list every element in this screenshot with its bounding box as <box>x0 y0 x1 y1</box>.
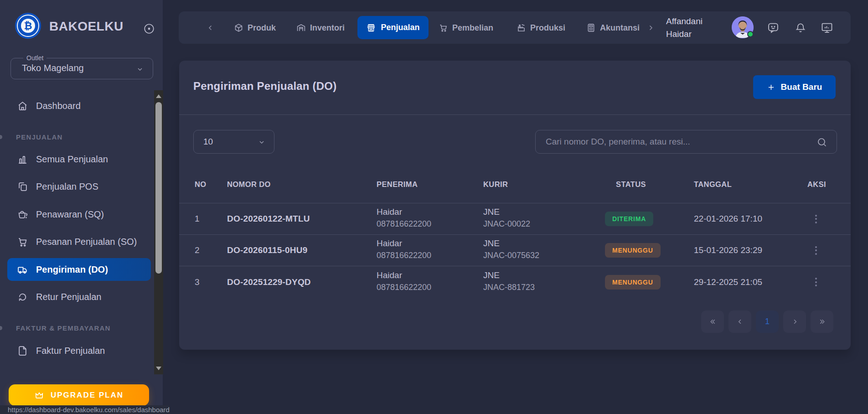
outlet-value: Toko Magelang <box>22 63 84 73</box>
section-bullet <box>0 135 2 139</box>
search-placeholder: Cari nomor DO, penerima, atau resi... <box>546 137 690 147</box>
sidebar-item-retur-penjualan[interactable]: Retur Penjualan <box>7 285 151 308</box>
topnav-penjualan[interactable]: Penjualan <box>357 16 429 39</box>
display-icon[interactable] <box>821 21 833 34</box>
prev-page-button[interactable] <box>728 310 751 333</box>
section-bullet <box>0 326 2 330</box>
tanggal: 15-01-2026 23:29 <box>694 245 807 255</box>
penerima-name: Haidar <box>377 269 483 281</box>
penerima-name: Haidar <box>377 238 483 249</box>
status-badge: DITERIMA <box>605 212 653 226</box>
penerima-name: Haidar <box>377 206 483 218</box>
do-number: DO-20260115-0HU9 <box>227 245 377 255</box>
scroll-down-arrow[interactable] <box>156 367 161 370</box>
sidebar-item-label: Penjualan POS <box>36 181 98 192</box>
nav-scroll-right-icon[interactable] <box>646 24 655 32</box>
kurir-name: JNE <box>483 238 605 249</box>
sidebar-item-penawaran-sq[interactable]: Penawaran (SQ) <box>7 203 151 226</box>
scroll-up-arrow[interactable] <box>156 94 161 98</box>
row-actions-menu[interactable] <box>811 278 821 286</box>
divider <box>179 114 851 115</box>
sidebar-item-label: Semua Penjualan <box>36 154 108 165</box>
table-row[interactable]: 3 DO-20251229-DYQD Haidar087816622200 JN… <box>179 266 851 298</box>
tanggal: 29-12-2025 21:05 <box>694 277 807 287</box>
sidebar-item-faktur-penjualan[interactable]: Faktur Penjualan <box>7 339 151 362</box>
topnav-inventori[interactable]: Inventori <box>296 23 345 32</box>
home-icon <box>17 100 28 112</box>
col-no: NO <box>195 180 227 189</box>
next-page-button[interactable] <box>783 310 806 333</box>
table-row[interactable]: 2 DO-20260115-0HU9 Haidar087816622200 JN… <box>179 235 851 266</box>
topnav-akuntansi[interactable]: Akuntansi <box>586 23 640 32</box>
sidebar-item-label: Faktur Penjualan <box>36 346 105 356</box>
sidebar-item-label: Dashboard <box>36 101 81 111</box>
col-status: STATUS <box>605 180 694 189</box>
col-kurir: KURIR <box>483 180 605 189</box>
do-number: DO-20251229-DYQD <box>227 277 377 287</box>
page-size-select[interactable]: 10 <box>193 130 274 154</box>
status-bar-url: https://dashboard-dev.bakoelku.com/sales… <box>0 405 170 414</box>
col-nomor-do: NOMOR DO <box>227 180 377 189</box>
sidebar-item-penjualan-pos[interactable]: Penjualan POS <box>7 175 151 198</box>
kurir-name: JNE <box>483 269 605 281</box>
sidebar-item-label: Retur Penjualan <box>36 292 101 302</box>
warehouse-icon <box>296 23 306 32</box>
package-icon <box>234 23 243 32</box>
topnav-label: Penjualan <box>381 23 419 32</box>
page-title: Pengiriman Penjualan (DO) <box>193 80 336 93</box>
create-new-button[interactable]: Buat Baru <box>753 75 836 99</box>
topnav-produksi[interactable]: Produksi <box>517 23 565 32</box>
col-aksi: AKSI <box>807 180 851 189</box>
kurir-name: JNE <box>483 206 605 218</box>
sidebar-item-label: Penawaran (SQ) <box>36 209 104 220</box>
factory-icon <box>517 23 526 32</box>
user-name[interactable]: Affandani Haidar <box>666 15 703 41</box>
online-status-dot <box>747 31 754 37</box>
brand-logo: ₿ <box>15 13 41 39</box>
row-actions-menu[interactable] <box>811 246 821 255</box>
sidebar-item-dashboard[interactable]: Dashboard <box>7 94 151 117</box>
chat-icon[interactable] <box>767 21 780 34</box>
sidebar-section-faktur: FAKTUR & PEMBAYARAN <box>16 324 111 332</box>
sidebar-item-pengiriman-do[interactable]: Pengiriman (DO) <box>7 258 151 281</box>
topnav-label: Pembelian <box>452 23 493 32</box>
create-new-label: Buat Baru <box>781 82 822 92</box>
row-actions-menu[interactable] <box>811 215 821 223</box>
table-row[interactable]: 1 DO-20260122-MTLU Haidar087816622200 JN… <box>179 203 851 235</box>
sidebar-item-semua-penjualan[interactable]: Semua Penjualan <box>7 148 151 171</box>
topnav-label: Inventori <box>310 23 345 32</box>
chevron-down-icon <box>258 139 265 146</box>
do-table: NO NOMOR DO PENERIMA KURIR STATUS TANGGA… <box>179 171 851 298</box>
storefront-icon <box>366 23 376 33</box>
outlet-label: Outlet <box>23 54 46 62</box>
outlet-select[interactable]: Outlet Toko Magelang <box>10 58 153 79</box>
penerima-phone: 087816622200 <box>377 249 483 261</box>
search-input[interactable]: Cari nomor DO, penerima, atau resi... <box>535 130 837 154</box>
truck-icon <box>17 264 28 275</box>
tanggal: 22-01-2026 17:10 <box>694 214 807 224</box>
sidebar-section-penjualan: PENJUALAN <box>16 133 62 141</box>
topnav-pembelian[interactable]: Pembelian <box>439 23 493 32</box>
topnav-produk[interactable]: Produk <box>234 23 276 32</box>
cart-icon <box>439 23 448 32</box>
col-tanggal: TANGGAL <box>694 180 807 189</box>
upgrade-plan-button[interactable]: UPGRADE PLAN <box>9 384 149 406</box>
refresh-icon <box>17 291 28 303</box>
sidebar: ₿ BAKOELKU Outlet Toko Magelang Dashboar… <box>0 0 163 414</box>
do-number: DO-20260122-MTLU <box>227 214 377 224</box>
kurir-resi: JNAC-0075632 <box>483 249 605 261</box>
scrollbar-thumb[interactable] <box>155 102 162 274</box>
sidebar-scrollbar[interactable] <box>154 90 163 374</box>
nav-scroll-left-icon[interactable] <box>207 24 215 32</box>
last-page-button[interactable] <box>811 310 833 333</box>
crown-icon <box>34 390 44 400</box>
first-page-button[interactable] <box>701 310 724 333</box>
sidebar-item-pesanan-so[interactable]: Pesanan Penjualan (SO) <box>7 230 151 253</box>
collapse-sidebar-icon[interactable] <box>143 23 155 35</box>
bell-icon[interactable] <box>795 22 806 34</box>
table-header-row: NO NOMOR DO PENERIMA KURIR STATUS TANGGA… <box>179 171 851 203</box>
current-page-button[interactable]: 1 <box>756 310 779 333</box>
content-card: Pengiriman Penjualan (DO) Buat Baru 10 C… <box>179 61 851 350</box>
user-name-line2: Haidar <box>666 28 703 41</box>
status-badge: MENUNGGU <box>605 275 661 290</box>
